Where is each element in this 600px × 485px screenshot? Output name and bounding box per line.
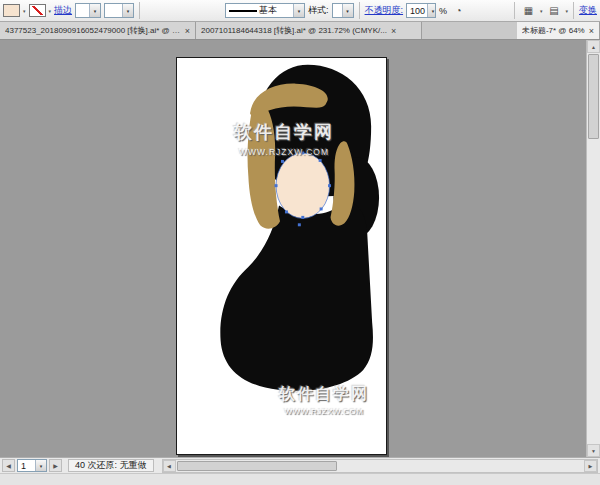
chevron-down-icon[interactable]: ▾ [293, 4, 304, 17]
chevron-down-icon[interactable]: ▾ [89, 4, 100, 17]
vertical-scrollbar[interactable]: ▲ ▼ [586, 40, 600, 457]
chevron-down-icon[interactable]: ▾ [427, 4, 436, 17]
chevron-down-icon[interactable]: ▾ [35, 460, 46, 471]
illustrator-window: ▾ ▾ 描边 ▾ ▾ 基本 ▾ 样式: ▾ 不透明度: 100 ▾ % ◔ ▦ … [0, 0, 600, 485]
stroke-preview-line [229, 10, 257, 12]
opacity-combo[interactable]: 100 ▾ [406, 3, 436, 18]
scroll-left-icon[interactable]: ◀ [163, 460, 176, 472]
opacity-value: 100 [410, 6, 425, 16]
horizontal-scrollbar-thumb[interactable] [177, 461, 337, 471]
document-tab-bar: 4377523_2018090916052479000 [转换].ai* @ 2… [0, 22, 600, 40]
horizontal-scrollbar[interactable]: ◀ ▶ [162, 459, 598, 473]
canvas-area[interactable]: 软件自学网 WWW.RJZXW.COM 软件自学网 WWW.RJZXW.COM … [0, 40, 600, 457]
brush-definition-combo[interactable]: 基本 ▾ [225, 3, 305, 18]
document-tab-1[interactable]: 4377523_2018090916052479000 [转换].ai* @ 2… [0, 22, 196, 39]
status-bar: ◀ 1 ▾ ▶ 40 次还原: 无重做 ◀ ▶ [0, 457, 600, 473]
prev-artboard-icon[interactable]: ◀ [2, 459, 15, 472]
separator [359, 2, 360, 19]
anchor-point[interactable] [328, 184, 331, 187]
separator [514, 2, 515, 19]
anchor-point[interactable] [285, 210, 288, 213]
artboard-number-combo[interactable]: 1 ▾ [17, 459, 47, 472]
anchor-point[interactable] [281, 160, 284, 163]
document-tab-3[interactable]: 未标题-7* @ 64% × [517, 22, 600, 39]
brush-name-label: 基本 [259, 4, 277, 17]
close-icon[interactable]: × [185, 26, 190, 36]
tab-label: 4377523_2018090916052479000 [转换].ai* @ 2… [5, 25, 181, 36]
chevron-down-icon[interactable]: ▾ [342, 4, 353, 17]
graphic-style-combo[interactable]: ▾ [332, 3, 354, 18]
undo-status-field: 40 次还原: 无重做 [68, 459, 154, 472]
scroll-down-icon[interactable]: ▼ [587, 444, 600, 457]
undo-status-text: 40 次还原: 无重做 [75, 459, 147, 472]
control-bar: ▾ ▾ 描边 ▾ ▾ 基本 ▾ 样式: ▾ 不透明度: 100 ▾ % ◔ ▦ … [0, 0, 600, 22]
artwork-figure [177, 58, 386, 454]
horizontal-scrollbar-track[interactable] [338, 460, 584, 472]
chevron-down-icon[interactable]: ▾ [122, 4, 133, 17]
scroll-right-icon[interactable]: ▶ [584, 460, 597, 472]
separator [573, 2, 574, 19]
transform-link[interactable]: 变换 [579, 4, 597, 17]
chevron-down-icon[interactable]: ▾ [540, 8, 543, 14]
fill-color-swatch[interactable] [3, 4, 20, 17]
anchor-point[interactable] [275, 184, 278, 187]
stroke-weight-combo[interactable]: ▾ [75, 3, 101, 18]
align-panel-icon[interactable]: ▤ [545, 3, 562, 19]
scroll-up-icon[interactable]: ▲ [587, 40, 600, 53]
opacity-mask-icon[interactable]: ◔ [450, 3, 467, 19]
anchor-point[interactable] [319, 159, 322, 162]
artboard[interactable]: 软件自学网 WWW.RJZXW.COM 软件自学网 WWW.RJZXW.COM [176, 57, 387, 455]
anchor-point[interactable] [298, 223, 301, 226]
stroke-link[interactable]: 描边 [54, 4, 72, 17]
close-icon[interactable]: × [589, 26, 594, 36]
opacity-link[interactable]: 不透明度: [365, 4, 404, 17]
vertical-scrollbar-track[interactable] [587, 140, 600, 444]
vertical-scrollbar-thumb[interactable] [588, 54, 599, 139]
chevron-down-icon[interactable]: ▾ [565, 8, 568, 14]
recolor-artwork-icon[interactable]: ▦ [520, 3, 537, 19]
artboard-number: 1 [21, 461, 26, 471]
percent-label: % [439, 6, 447, 16]
window-bottom-edge [0, 473, 600, 485]
stroke-none-swatch[interactable] [29, 4, 46, 17]
tab-label: 2007101184644318 [转换].ai* @ 231.72% (CMY… [201, 25, 387, 36]
next-artboard-icon[interactable]: ▶ [49, 459, 62, 472]
anchor-point[interactable] [301, 216, 304, 219]
document-tab-2[interactable]: 2007101184644318 [转换].ai* @ 231.72% (CMY… [196, 22, 422, 39]
separator [139, 2, 140, 19]
fill-dropdown-icon[interactable]: ▾ [23, 8, 26, 14]
tab-bar-spacer [422, 22, 517, 39]
body-shape[interactable] [220, 204, 373, 391]
style-label: 样式: [308, 4, 329, 17]
stroke-dropdown-icon[interactable]: ▾ [49, 8, 52, 14]
anchor-point[interactable] [301, 152, 304, 155]
width-profile-combo[interactable]: ▾ [104, 3, 134, 18]
close-icon[interactable]: × [391, 26, 396, 36]
anchor-point[interactable] [320, 207, 323, 210]
tab-label: 未标题-7* @ 64% [522, 25, 585, 36]
